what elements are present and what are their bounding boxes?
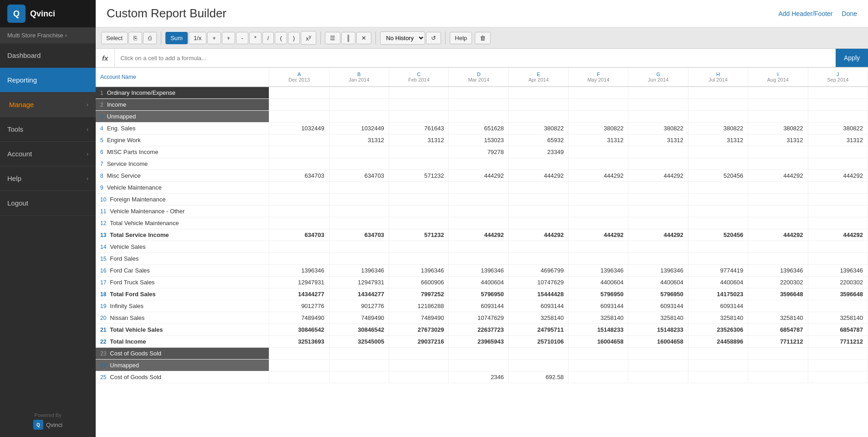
cell-6-I[interactable] <box>748 146 808 158</box>
cell-3-E[interactable] <box>508 111 568 123</box>
cell-12-B[interactable] <box>329 217 389 229</box>
cell-22-J[interactable]: 7711212 <box>808 336 868 348</box>
cell-10-C[interactable] <box>389 194 449 206</box>
cell-20-I[interactable]: 3258140 <box>748 312 808 324</box>
cell-6-J[interactable] <box>808 146 868 158</box>
cell-7-C[interactable] <box>389 158 449 170</box>
cell-20-E[interactable]: 3258140 <box>508 312 568 324</box>
row-account-name[interactable]: 7Service Income <box>96 158 269 170</box>
cell-5-C[interactable]: 31312 <box>389 134 449 146</box>
cell-24-H[interactable] <box>688 360 748 371</box>
cell-18-C[interactable]: 7997252 <box>389 288 449 300</box>
cell-1-H[interactable] <box>688 87 748 99</box>
cell-20-D[interactable]: 10747629 <box>449 312 508 324</box>
cell-19-F[interactable]: 6093144 <box>569 300 628 312</box>
cell-18-F[interactable]: 5796950 <box>569 288 628 300</box>
cell-17-B[interactable]: 12947931 <box>329 277 389 288</box>
cell-24-B[interactable] <box>329 360 389 371</box>
cell-15-I[interactable] <box>748 253 808 265</box>
divide-button[interactable]: / <box>262 32 274 44</box>
sidebar-item-help[interactable]: Help › <box>0 166 96 191</box>
cell-8-C[interactable]: 571232 <box>389 170 449 182</box>
cell-17-C[interactable]: 6600906 <box>389 277 449 288</box>
cell-10-I[interactable] <box>748 194 808 206</box>
cell-12-C[interactable] <box>389 217 449 229</box>
cell-10-B[interactable] <box>329 194 389 206</box>
cell-19-D[interactable]: 6093144 <box>449 300 508 312</box>
row-account-name[interactable]: 25Cost of Goods Sold <box>96 371 269 383</box>
cell-10-F[interactable] <box>569 194 628 206</box>
sidebar-item-account[interactable]: Account › <box>0 142 96 166</box>
cell-3-C[interactable] <box>389 111 449 123</box>
cell-2-G[interactable] <box>628 99 688 111</box>
sidebar-item-manage[interactable]: Manage › <box>0 93 96 117</box>
cell-11-D[interactable] <box>449 206 508 217</box>
row-account-name[interactable]: 22Total Income <box>96 336 269 348</box>
cell-5-A[interactable] <box>269 134 329 146</box>
cell-6-H[interactable] <box>688 146 748 158</box>
cell-21-D[interactable]: 22637723 <box>449 324 508 336</box>
table-row[interactable]: 20Nissan Sales74894907489490748949010747… <box>96 312 868 324</box>
table-row[interactable]: 17Ford Truck Sales1294793112947931660090… <box>96 277 868 288</box>
cell-11-H[interactable] <box>688 206 748 217</box>
cell-13-D[interactable]: 444292 <box>449 229 508 241</box>
help-button[interactable]: Help <box>450 32 472 44</box>
cell-2-C[interactable] <box>389 99 449 111</box>
cell-13-J[interactable]: 444292 <box>808 229 868 241</box>
table-row[interactable]: 24Unmapped <box>96 360 868 371</box>
cell-7-B[interactable] <box>329 158 389 170</box>
table-row[interactable]: 1Ordinary Income/Expense <box>96 87 868 99</box>
cell-4-I[interactable]: 380822 <box>748 123 808 134</box>
table-row[interactable]: 2Income <box>96 99 868 111</box>
table-row[interactable]: 4Eng. Sales10324491032449761643651628380… <box>96 123 868 134</box>
history-select[interactable]: No History <box>380 31 425 45</box>
cell-24-J[interactable] <box>808 360 868 371</box>
cell-15-F[interactable] <box>569 253 628 265</box>
cell-19-G[interactable]: 6093144 <box>628 300 688 312</box>
cell-15-C[interactable] <box>389 253 449 265</box>
cell-13-F[interactable]: 444292 <box>569 229 628 241</box>
cell-15-J[interactable] <box>808 253 868 265</box>
cell-22-D[interactable]: 23965943 <box>449 336 508 348</box>
cell-5-G[interactable]: 31312 <box>628 134 688 146</box>
cell-18-D[interactable]: 5796950 <box>449 288 508 300</box>
cell-5-I[interactable]: 31312 <box>748 134 808 146</box>
cell-11-B[interactable] <box>329 206 389 217</box>
table-row[interactable]: 25Cost of Goods Sold2346692.58 <box>96 371 868 383</box>
sidebar-item-dashboard[interactable]: Dashboard <box>0 43 96 68</box>
cell-1-B[interactable] <box>329 87 389 99</box>
cell-15-D[interactable] <box>449 253 508 265</box>
cell-8-H[interactable]: 520456 <box>688 170 748 182</box>
power-button[interactable]: xy <box>301 31 316 45</box>
minus-button[interactable]: - <box>236 32 248 44</box>
table-row[interactable]: 9Vehicle Maintenance <box>96 182 868 194</box>
cell-17-G[interactable]: 4400604 <box>628 277 688 288</box>
cell-8-G[interactable]: 444292 <box>628 170 688 182</box>
cell-14-C[interactable] <box>389 241 449 253</box>
row-account-name[interactable]: 15Ford Sales <box>96 253 269 265</box>
cell-1-D[interactable] <box>449 87 508 99</box>
row-account-name[interactable]: 6MISC Parts Income <box>96 146 269 158</box>
cell-25-C[interactable] <box>389 371 449 383</box>
cell-10-J[interactable] <box>808 194 868 206</box>
cell-1-F[interactable] <box>569 87 628 99</box>
cell-4-H[interactable]: 380822 <box>688 123 748 134</box>
cell-7-E[interactable] <box>508 158 568 170</box>
cell-1-E[interactable] <box>508 87 568 99</box>
cell-11-F[interactable] <box>569 206 628 217</box>
cell-23-D[interactable] <box>449 348 508 360</box>
cell-13-E[interactable]: 444292 <box>508 229 568 241</box>
cell-3-I[interactable] <box>748 111 808 123</box>
cell-12-F[interactable] <box>569 217 628 229</box>
cell-5-E[interactable]: 65932 <box>508 134 568 146</box>
cell-6-E[interactable]: 23349 <box>508 146 568 158</box>
table-row[interactable]: 8Misc Service634703634703571232444292444… <box>96 170 868 182</box>
cell-25-B[interactable] <box>329 371 389 383</box>
cell-16-A[interactable]: 1396346 <box>269 265 329 277</box>
row-account-name[interactable]: 12Total Vehicle Maintenance <box>96 217 269 229</box>
cell-25-F[interactable] <box>569 371 628 383</box>
cell-13-A[interactable]: 634703 <box>269 229 329 241</box>
cell-7-D[interactable] <box>449 158 508 170</box>
cell-23-F[interactable] <box>569 348 628 360</box>
cell-14-G[interactable] <box>628 241 688 253</box>
